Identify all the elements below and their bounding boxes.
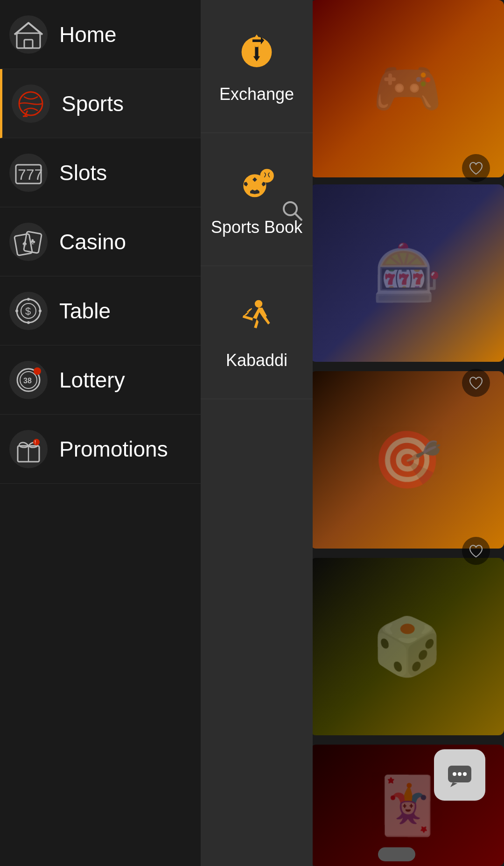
submenu-item-kabaddi[interactable]: Kabaddi <box>201 266 313 399</box>
chat-icon <box>446 761 474 789</box>
svg-point-19 <box>39 310 42 312</box>
sports-icon-circle <box>12 84 50 123</box>
kabaddi-label: Kabaddi <box>226 351 287 370</box>
home-icon-circle <box>9 15 48 54</box>
svg-text:♠: ♠ <box>22 239 27 248</box>
sidebar: Home Sports 777 Slots <box>0 0 201 866</box>
sports-label: Sports <box>62 91 124 116</box>
lottery-icon: 38 <box>12 364 45 396</box>
svg-rect-2 <box>17 33 40 48</box>
casino-icon-circle: ♠ ♣ <box>9 223 48 261</box>
background-panel: 🎮 🎰 🎯 🎲 🃏 <box>310 0 504 866</box>
lottery-label: Lottery <box>59 367 125 393</box>
svg-point-40 <box>453 772 456 776</box>
favorite-button-3[interactable] <box>462 537 490 565</box>
bg-game-card-3: 🎯 <box>310 371 504 549</box>
svg-rect-29 <box>255 46 258 56</box>
svg-line-1 <box>295 213 301 220</box>
exchange-icon <box>236 29 278 80</box>
svg-text:38: 38 <box>23 377 32 385</box>
search-icon <box>280 198 303 222</box>
svg-text:♣: ♣ <box>30 237 35 246</box>
casino-label: Casino <box>59 229 126 254</box>
svg-rect-3 <box>24 40 33 48</box>
sidebar-item-slots[interactable]: 777 Slots <box>0 138 201 207</box>
sidebar-item-lottery[interactable]: 38 Lottery <box>0 345 201 415</box>
sidebar-item-sports[interactable]: Sports <box>0 69 201 138</box>
kabaddi-icon <box>236 295 278 346</box>
table-label: Table <box>59 298 111 324</box>
scroll-indicator <box>378 847 415 861</box>
svg-point-16 <box>27 298 30 301</box>
exchange-label: Exchange <box>219 84 294 104</box>
bg-game-card-4: 🎲 <box>310 558 504 735</box>
sidebar-item-home[interactable]: Home <box>0 0 201 69</box>
submenu-item-exchange[interactable]: Exchange <box>201 0 313 133</box>
promotions-icon-circle: ! <box>9 430 48 468</box>
svg-point-38 <box>255 300 262 307</box>
svg-point-42 <box>463 772 467 776</box>
favorite-button-2[interactable] <box>462 369 490 397</box>
sports-icon <box>14 87 47 120</box>
search-button[interactable] <box>275 194 308 226</box>
promotions-icon: ! <box>12 433 45 465</box>
svg-text:777: 777 <box>18 166 42 183</box>
favorite-button-1[interactable] <box>462 154 490 182</box>
lottery-icon-circle: 38 <box>9 361 48 399</box>
bg-game-card-1: 🎮 <box>310 0 504 177</box>
heart-icon-1 <box>468 160 484 176</box>
slots-icon-circle: 777 <box>9 154 48 192</box>
svg-point-37 <box>260 169 273 182</box>
heart-icon-2 <box>468 374 484 391</box>
bg-game-card-2: 🎰 <box>310 184 504 362</box>
submenu: Exchange Sports Book <box>201 0 313 866</box>
home-icon <box>12 18 45 51</box>
chat-button[interactable] <box>434 749 485 801</box>
home-label: Home <box>59 22 117 47</box>
svg-point-23 <box>34 367 41 375</box>
slots-icon: 777 <box>12 156 45 189</box>
promotions-label: Promotions <box>59 437 168 462</box>
table-icon-circle: $ <box>9 292 48 330</box>
svg-point-41 <box>458 772 462 776</box>
heart-icon-3 <box>468 542 484 559</box>
sidebar-item-casino[interactable]: ♠ ♣ Casino <box>0 207 201 276</box>
table-icon: $ <box>12 295 45 327</box>
sidebar-item-promotions[interactable]: ! Promotions <box>0 415 201 484</box>
svg-text:!: ! <box>35 440 36 445</box>
casino-icon: ♠ ♣ <box>12 225 45 258</box>
slots-label: Slots <box>59 160 107 185</box>
svg-text:$: $ <box>25 305 31 317</box>
sidebar-item-table[interactable]: $ Table <box>0 276 201 345</box>
svg-point-18 <box>15 310 18 312</box>
sports-book-icon <box>236 162 278 213</box>
svg-point-17 <box>27 321 30 324</box>
